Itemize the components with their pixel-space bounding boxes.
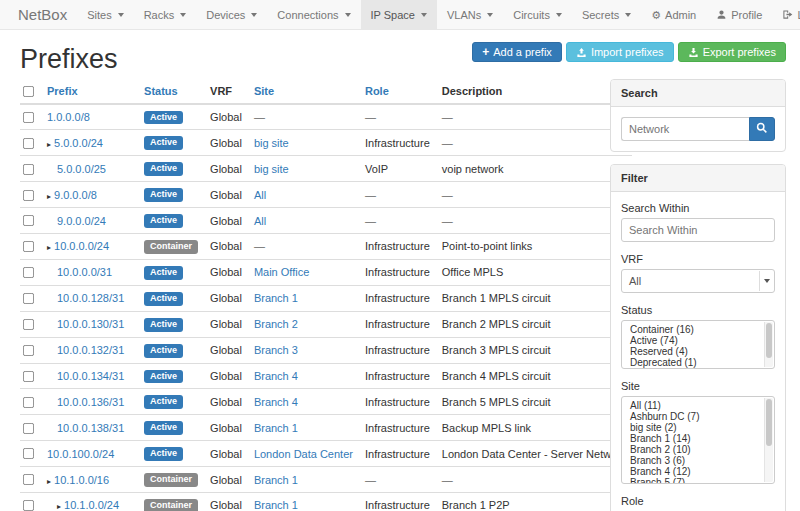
prefix-link[interactable]: 10.0.0.128/31: [57, 292, 124, 304]
site-listbox[interactable]: All (11)Ashburn DC (7)big site (2)Branch…: [621, 396, 775, 484]
row-checkbox[interactable]: [23, 189, 34, 200]
site-link[interactable]: big site: [254, 163, 289, 175]
vrf-value: Global: [210, 240, 242, 252]
site-link[interactable]: Branch 1: [254, 499, 298, 511]
site-link[interactable]: Branch 2: [254, 318, 298, 330]
prefix-link[interactable]: 10.0.0.130/31: [57, 318, 124, 330]
role-value: Infrastructure: [365, 422, 430, 434]
export-prefixes-button[interactable]: Export prefixes: [678, 42, 786, 62]
option-big-site-2[interactable]: big site (2): [622, 422, 774, 433]
option-branch-3-6[interactable]: Branch 3 (6): [622, 455, 774, 466]
prefix-link[interactable]: 10.0.100.0/24: [47, 448, 114, 460]
nav-item-log-out[interactable]: Log out: [772, 0, 800, 29]
option-reserved-4[interactable]: Reserved (4): [622, 346, 774, 357]
prefix-link[interactable]: 1.0.0.0/8: [47, 111, 90, 123]
nav-item-ip-space[interactable]: IP Space: [361, 0, 437, 29]
nav-item-sites[interactable]: Sites: [77, 0, 133, 29]
row-checkbox[interactable]: [23, 241, 34, 252]
search-input[interactable]: [621, 117, 749, 141]
nav-item-secrets[interactable]: Secrets: [572, 0, 641, 29]
table-row: ▸10.1.0.0/16ContainerGlobalBranch 1——: [20, 467, 632, 493]
row-checkbox[interactable]: [23, 267, 34, 278]
site-link[interactable]: Branch 4: [254, 396, 298, 408]
site-link[interactable]: All: [254, 189, 266, 201]
nav-item-connections[interactable]: Connections: [267, 0, 360, 29]
row-checkbox[interactable]: [23, 319, 34, 330]
site-link[interactable]: London Data Center: [254, 448, 353, 460]
site-link[interactable]: All: [254, 215, 266, 227]
site-link[interactable]: Branch 3: [254, 344, 298, 356]
plus-icon: +: [482, 46, 489, 58]
row-checkbox[interactable]: [23, 397, 34, 408]
table-row: ▸10.1.0.0/24ContainerGlobalBranch 1Infra…: [20, 492, 632, 511]
nav-item-admin[interactable]: ⚙Admin: [641, 0, 706, 29]
row-checkbox[interactable]: [23, 112, 34, 123]
sort-link-prefix[interactable]: Prefix: [47, 85, 78, 97]
option-active-74[interactable]: Active (74): [622, 335, 774, 346]
sort-link-site[interactable]: Site: [254, 85, 274, 97]
nav-item-profile[interactable]: Profile: [706, 0, 772, 29]
prefix-link[interactable]: 10.1.0.0/24: [64, 499, 119, 511]
prefix-link[interactable]: 5.0.0.0/25: [57, 163, 106, 175]
option-branch-2-10[interactable]: Branch 2 (10): [622, 444, 774, 455]
option-deprecated-1[interactable]: Deprecated (1): [622, 357, 774, 368]
brand-netbox[interactable]: NetBox: [8, 0, 77, 29]
row-checkbox[interactable]: [23, 500, 34, 511]
row-checkbox[interactable]: [23, 164, 34, 175]
role-value: Infrastructure: [365, 396, 430, 408]
import-prefixes-button[interactable]: Import prefixes: [566, 42, 674, 62]
row-checkbox[interactable]: [23, 448, 34, 459]
row-checkbox[interactable]: [23, 138, 34, 149]
site-scrollbar[interactable]: [764, 398, 773, 482]
expand-arrow-icon: ▸: [47, 243, 51, 252]
prefix-link[interactable]: 10.0.0.136/31: [57, 396, 124, 408]
prefix-link[interactable]: 10.0.0.0/31: [57, 266, 112, 278]
site-link[interactable]: Branch 4: [254, 370, 298, 382]
vrf-select[interactable]: All: [621, 269, 775, 293]
prefix-link[interactable]: 5.0.0.0/24: [54, 137, 103, 149]
site-link[interactable]: Main Office: [254, 266, 309, 278]
prefix-link[interactable]: 10.1.0.0/16: [54, 474, 109, 486]
nav-item-vlans[interactable]: VLANs: [437, 0, 503, 29]
row-checkbox[interactable]: [23, 474, 34, 485]
option-ashburn-dc-7[interactable]: Ashburn DC (7): [622, 411, 774, 422]
site-link[interactable]: Branch 1: [254, 292, 298, 304]
status-badge: Active: [144, 292, 183, 306]
sort-link-status[interactable]: Status: [144, 85, 178, 97]
search-within-input[interactable]: [621, 218, 775, 242]
row-checkbox[interactable]: [23, 215, 34, 226]
add-a-prefix-button[interactable]: +Add a prefix: [472, 42, 562, 62]
prefix-link[interactable]: 10.0.0.132/31: [57, 344, 124, 356]
search-button[interactable]: [749, 117, 775, 141]
primary-nav: SitesRacksDevicesConnectionsIP SpaceVLAN…: [77, 0, 641, 29]
site-link[interactable]: Branch 1: [254, 422, 298, 434]
row-checkbox[interactable]: [23, 371, 34, 382]
status-listbox[interactable]: Container (16)Active (74)Reserved (4)Dep…: [621, 320, 775, 369]
nav-item-circuits[interactable]: Circuits: [503, 0, 572, 29]
option-container-16[interactable]: Container (16): [622, 324, 774, 335]
status-badge: Active: [144, 318, 183, 332]
sidebar: Search Filter Search Within: [610, 79, 786, 511]
status-scrollbar[interactable]: [764, 322, 773, 367]
select-all-checkbox[interactable]: [23, 86, 34, 97]
prefix-link[interactable]: 10.0.0.138/31: [57, 422, 124, 434]
nav-item-devices[interactable]: Devices: [196, 0, 267, 29]
row-checkbox[interactable]: [23, 345, 34, 356]
option-branch-4-12[interactable]: Branch 4 (12): [622, 466, 774, 477]
nav-item-racks[interactable]: Racks: [134, 0, 197, 29]
prefix-link[interactable]: 9.0.0.0/8: [54, 189, 97, 201]
site-link[interactable]: big site: [254, 137, 289, 149]
prefix-link[interactable]: 10.0.0.134/31: [57, 370, 124, 382]
option-all-11[interactable]: All (11): [622, 400, 774, 411]
description-value: Backup MPLS link: [442, 422, 531, 434]
site-link[interactable]: Branch 1: [254, 474, 298, 486]
sort-link-role[interactable]: Role: [365, 85, 389, 97]
option-branch-1-14[interactable]: Branch 1 (14): [622, 433, 774, 444]
page-title: Prefixes: [20, 44, 118, 75]
status-badge: Active: [144, 188, 183, 202]
prefix-link[interactable]: 10.0.0.0/24: [54, 240, 109, 252]
row-checkbox[interactable]: [23, 293, 34, 304]
prefix-link[interactable]: 9.0.0.0/24: [57, 215, 106, 227]
row-checkbox[interactable]: [23, 422, 34, 433]
option-branch-5-7[interactable]: Branch 5 (7): [622, 477, 774, 484]
